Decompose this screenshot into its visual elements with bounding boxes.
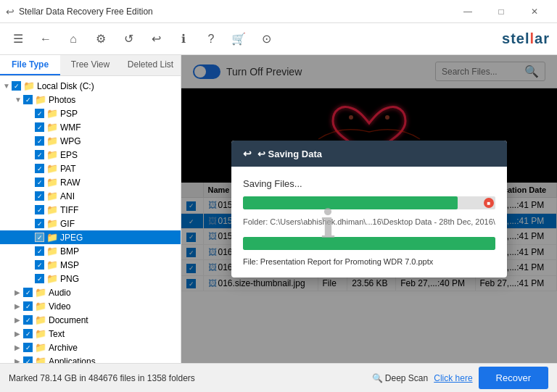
tree-checkbox[interactable]: ✓ <box>35 205 44 214</box>
folder-icon: 📁 <box>46 204 58 215</box>
tree-item-raw[interactable]: ✓ 📁 RAW <box>0 175 181 189</box>
modal-body: Saving Files... ■ Folder: C:\Users\abhis… <box>231 167 507 277</box>
tree-item-jpeg[interactable]: ✓ 📁 JPEG <box>0 230 181 244</box>
tree-item-ani[interactable]: ✓ 📁 ANI <box>0 189 181 203</box>
tree-checkbox[interactable]: ✓ <box>35 109 44 118</box>
deep-scan-link[interactable]: Click here <box>434 373 472 383</box>
tree-item-document[interactable]: ▶ ✓ 📁 Document <box>0 313 181 327</box>
statusbar: Marked 78.14 GB in 484676 files in 1358 … <box>0 363 557 392</box>
home-button[interactable]: ⌂ <box>62 28 84 50</box>
tree-item-label: TIFF <box>60 205 78 215</box>
tree-checkbox[interactable]: ✓ <box>35 246 44 256</box>
tree-item-eps[interactable]: ✓ 📁 EPS <box>0 148 181 162</box>
folder-icon: 📁 <box>35 301 46 312</box>
cart-button[interactable]: 🛒 <box>228 28 249 50</box>
progress-stop-button[interactable]: ■ <box>484 198 494 208</box>
modal-overlay: ↩ ↩ Saving Data Saving Files... ■ Folder… <box>181 55 557 363</box>
menu-button[interactable]: ☰ <box>7 28 29 50</box>
expand-icon: ▶ <box>15 316 22 324</box>
tree-checkbox[interactable]: ✓ <box>35 219 44 228</box>
minimize-button[interactable]: — <box>451 0 484 23</box>
tree-checkbox[interactable]: ✓ <box>23 288 33 297</box>
folder-icon: 📁 <box>46 191 58 201</box>
tree-checkbox[interactable]: ✓ <box>23 95 33 104</box>
tree-checkbox[interactable]: ✓ <box>23 329 33 338</box>
close-button[interactable]: ✕ <box>518 0 551 23</box>
tree-item-local-disk[interactable]: ▼ ✓ 📁 Local Disk (C:) <box>0 79 181 93</box>
tree-item-png[interactable]: ✓ 📁 PNG <box>0 272 181 285</box>
tree-checkbox[interactable]: ✓ <box>35 178 44 187</box>
tree-checkbox[interactable]: ✓ <box>12 81 21 91</box>
tree-item-gif[interactable]: ✓ 📁 GIF <box>0 217 181 230</box>
folder-icon: 📁 <box>46 177 58 188</box>
folder-icon: 📁 <box>46 218 58 229</box>
tree-item-label: Document <box>49 315 88 325</box>
tree-checkbox[interactable]: ✓ <box>35 274 44 283</box>
tree-item-psp[interactable]: ✓ 📁 PSP <box>0 107 181 120</box>
folder-icon: 📁 <box>35 328 46 339</box>
maximize-button[interactable]: □ <box>484 0 518 23</box>
tree-item-audio[interactable]: ▶ ✓ 📁 Audio <box>0 285 181 299</box>
tree-checkbox[interactable]: ✓ <box>35 136 44 146</box>
tree-checkbox[interactable]: ✓ <box>23 343 33 352</box>
tree-item-applications[interactable]: ▶ ✓ 📁 Applications <box>0 354 181 363</box>
tree-checkbox[interactable]: ✓ <box>35 233 44 242</box>
folder-icon: 📁 <box>46 232 58 243</box>
back-button[interactable]: ← <box>35 28 57 50</box>
tab-deleted-list[interactable]: Deleted List <box>120 55 181 75</box>
tree-item-archive[interactable]: ▶ ✓ 📁 Archive <box>0 341 181 354</box>
window-controls: — □ ✕ <box>451 0 551 23</box>
tree-item-bmp[interactable]: ✓ 📁 BMP <box>0 244 181 258</box>
expand-icon: ▶ <box>15 302 22 310</box>
left-panel: File Type Tree View Deleted List ▼ ✓ 📁 L… <box>0 55 181 363</box>
progress-bar-1-container: ■ <box>243 196 495 209</box>
titlebar: ↩ Stellar Data Recovery Free Edition — □… <box>0 0 557 23</box>
tree-item-label: ANI <box>60 191 75 201</box>
recover-button[interactable]: Recover <box>479 367 548 389</box>
tree-item-label: BMP <box>60 246 79 257</box>
modal-title: ↩ Saving Data <box>257 149 322 159</box>
info-button[interactable]: ℹ <box>173 28 194 50</box>
tree-checkbox[interactable]: ✓ <box>35 164 44 173</box>
right-panel: Turn Off Preview 🔍 <box>181 55 557 363</box>
progress-bar-1 <box>243 196 458 209</box>
folder-icon: 📁 <box>46 149 58 160</box>
status-text: Marked 78.14 GB in 484676 files in 1358 … <box>9 373 195 383</box>
tree-item-tiff[interactable]: ✓ 📁 TIFF <box>0 203 181 217</box>
tree-item-msp[interactable]: ✓ 📁 MSP <box>0 258 181 272</box>
tree-checkbox[interactable]: ✓ <box>35 260 44 270</box>
tree-item-label: WMF <box>60 122 81 133</box>
undo-button[interactable]: ↩ <box>145 28 167 50</box>
app-icon: ↩ <box>6 6 15 17</box>
titlebar-title: Stellar Data Recovery Free Edition <box>19 7 153 17</box>
tree-item-photos[interactable]: ▼ ✓ 📁 Photos <box>0 93 181 107</box>
tree-item-label: PSP <box>60 109 78 119</box>
tab-file-type[interactable]: File Type <box>0 55 60 75</box>
tree-item-label: JPEG <box>60 233 83 243</box>
tab-bar: File Type Tree View Deleted List <box>0 55 181 76</box>
tree-checkbox[interactable]: ✓ <box>35 150 44 159</box>
tree-item-wmf[interactable]: ✓ 📁 WMF <box>0 120 181 134</box>
account-button[interactable]: ⊙ <box>255 28 277 50</box>
tree-item-pat[interactable]: ✓ 📁 PAT <box>0 162 181 175</box>
tree-checkbox[interactable]: ✓ <box>23 315 33 325</box>
folder-icon: 📁 <box>35 356 46 363</box>
tree-item-text[interactable]: ▶ ✓ 📁 Text <box>0 327 181 341</box>
tree-checkbox[interactable]: ✓ <box>23 356 33 363</box>
statusbar-right: 🔍 Deep Scan Click here Recover <box>372 367 549 389</box>
tab-tree-view[interactable]: Tree View <box>60 55 120 75</box>
expand-icon: ▶ <box>15 357 22 363</box>
saving-label: Saving Files... <box>243 178 495 189</box>
tree-item-wpg[interactable]: ✓ 📁 WPG <box>0 134 181 148</box>
progress-bar-2-container <box>243 237 495 250</box>
settings-button[interactable]: ⚙ <box>90 28 112 50</box>
tree-item-label: PNG <box>60 274 79 284</box>
tree-item-video[interactable]: ▶ ✓ 📁 Video <box>0 299 181 313</box>
tree-checkbox[interactable]: ✓ <box>35 191 44 201</box>
tree-checkbox[interactable]: ✓ <box>23 301 33 311</box>
help-button[interactable]: ? <box>200 28 222 50</box>
tree-item-label: WPG <box>60 136 81 146</box>
tree-checkbox[interactable]: ✓ <box>35 122 44 132</box>
progress-bar-2 <box>243 237 495 250</box>
refresh-button[interactable]: ↺ <box>117 28 139 50</box>
